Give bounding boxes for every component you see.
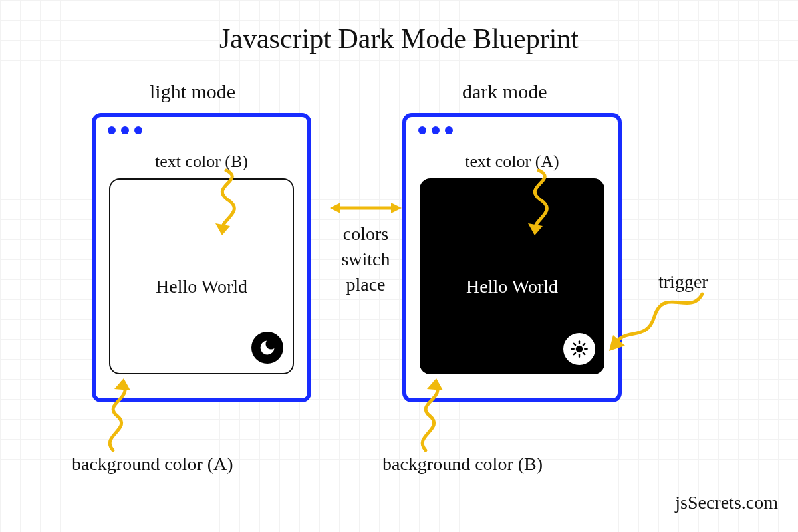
double-arrow-icon [326, 196, 406, 223]
svg-marker-11 [391, 203, 402, 213]
window-dots-icon [418, 126, 453, 134]
dark-window: text color (A) Hello World [402, 113, 622, 402]
colors-switch-label: colorsswitchplace [332, 221, 399, 297]
dark-mode-label: dark mode [462, 80, 547, 103]
window-dots-icon [108, 126, 142, 134]
dark-content-pane: Hello World [420, 178, 604, 374]
sun-icon [570, 340, 589, 358]
dark-mode-toggle-button[interactable] [251, 332, 283, 364]
diagram-title: Javascript Dark Mode Blueprint [0, 23, 798, 55]
light-content-pane: Hello World [109, 178, 294, 374]
svg-marker-10 [330, 203, 340, 213]
svg-line-5 [574, 344, 575, 345]
light-window: text color (B) Hello World [92, 113, 311, 402]
credit-label: jsSecrets.com [675, 492, 778, 513]
light-mode-label: light mode [150, 80, 235, 103]
svg-line-6 [583, 353, 585, 354]
dark-text-color-label: text color (A) [406, 152, 618, 172]
trigger-label: trigger [658, 271, 708, 293]
moon-icon [258, 338, 277, 357]
dark-bg-color-label: background color (B) [382, 454, 543, 475]
dark-hello-text: Hello World [466, 276, 558, 297]
svg-line-7 [583, 344, 585, 345]
svg-point-0 [576, 346, 583, 353]
light-text-color-label: text color (B) [96, 152, 307, 172]
svg-line-8 [574, 353, 575, 354]
light-hello-text: Hello World [156, 276, 247, 297]
light-bg-color-label: background color (A) [72, 454, 233, 475]
light-mode-toggle-button[interactable] [563, 333, 595, 365]
